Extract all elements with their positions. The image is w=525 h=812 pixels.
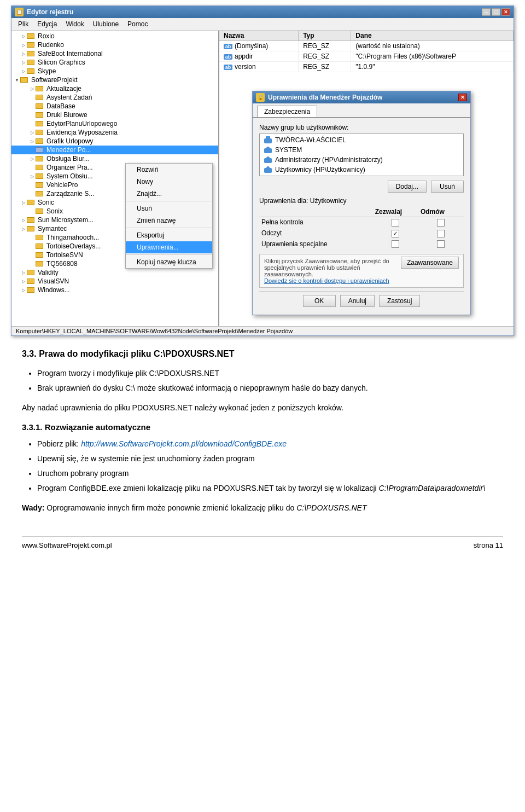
- checkbox-full-allow[interactable]: [392, 219, 399, 227]
- context-menu-copy-key[interactable]: Kopiuj nazwę klucza: [126, 256, 212, 268]
- tree-item-silicon[interactable]: ▷ Silicon Graphics: [11, 58, 218, 67]
- col-header-name: Nazwa: [219, 31, 299, 41]
- checkbox-read-allow[interactable]: [392, 230, 399, 237]
- perm-deny-special[interactable]: [418, 239, 464, 250]
- doc-bullets-2: Pobierz plik: http://www.SoftwareProjekt…: [22, 438, 503, 494]
- perm-allow-special[interactable]: [373, 239, 418, 250]
- tree-label-system: System Obsłu...: [46, 172, 93, 180]
- add-user-button[interactable]: Dodaj...: [388, 181, 427, 193]
- tree-label-zarzadzanie: Zarządzanie S...: [46, 190, 94, 198]
- tree-label-grafik: Grafik Urlopowy: [46, 137, 93, 145]
- tree-label-skype: Skype: [38, 67, 56, 75]
- tree-label-roxio: Roxio: [38, 32, 55, 40]
- user-icon-users: [263, 166, 273, 173]
- perm-name-read: Odczyt: [259, 228, 373, 239]
- tree-item-windows[interactable]: ▷ Windows...: [11, 286, 218, 294]
- tree-label-aktualizacje: Aktualizacje: [46, 85, 81, 92]
- user-label-admin: Administratorzy (HP\Administratorzy): [275, 156, 383, 164]
- perm-row-full: Pełna kontrola: [259, 217, 464, 228]
- menu-pomoc[interactable]: Pomoc: [123, 19, 152, 29]
- tree-label-symantec: Symantec: [38, 225, 67, 233]
- context-menu-rename[interactable]: Zmień nazwę: [126, 214, 212, 227]
- perm-allow-read[interactable]: [373, 228, 418, 239]
- context-menu-new[interactable]: Nowy: [126, 176, 212, 188]
- value-row-appdir[interactable]: abappdir REG_SZ "C:\Program Files (x86)\…: [219, 51, 514, 62]
- menu-edycja[interactable]: Edycja: [33, 19, 61, 29]
- tree-item-menedzer[interactable]: Menedżer Po...: [11, 146, 218, 154]
- tree-item-asystent[interactable]: Asystent Zadań: [11, 93, 218, 102]
- tree-label-sonix: Sonix: [46, 207, 63, 215]
- checkbox-read-deny[interactable]: [437, 230, 445, 237]
- user-item-users[interactable]: Użytkownicy (HP\Użytkownicy): [261, 165, 462, 175]
- context-menu-sep2: [126, 228, 212, 228]
- context-menu-find[interactable]: Znajdź...: [126, 188, 212, 200]
- cancel-button[interactable]: Anuluj: [340, 295, 375, 307]
- context-menu-sep3: [126, 254, 212, 255]
- remove-user-button[interactable]: Usuń: [431, 181, 464, 193]
- tree-arrow-rudenko: ▷: [20, 42, 27, 48]
- titlebar-buttons: ─ □ ✕: [482, 8, 510, 16]
- value-row-version[interactable]: abversion REG_SZ "1.0.9": [219, 62, 514, 72]
- context-menu-export[interactable]: Eksportuj: [126, 229, 212, 241]
- maximize-button[interactable]: □: [492, 8, 500, 16]
- tree-arrow-system: ▷: [29, 173, 36, 179]
- tree-label-tortoisesvn: TortoiseSVN: [46, 251, 83, 259]
- context-menu-permissions[interactable]: Uprawnienia...: [126, 241, 212, 253]
- menu-widok[interactable]: Widok: [61, 19, 88, 29]
- checkbox-special-allow[interactable]: [392, 240, 399, 248]
- close-button[interactable]: ✕: [501, 8, 510, 16]
- users-list: TWÓRCA-WŁAŚCICIEL SYSTEM: [259, 134, 464, 176]
- tree-item-roxio[interactable]: ▷ Roxio: [11, 32, 218, 40]
- value-row-default[interactable]: ab(Domyślna) REG_SZ (wartość nie ustalon…: [219, 41, 514, 51]
- checkbox-special-deny[interactable]: [437, 240, 445, 248]
- perm-deny-full[interactable]: [418, 217, 464, 228]
- tree-item-validity[interactable]: ▷ Validity: [11, 268, 218, 277]
- context-menu-delete[interactable]: Usuń: [126, 202, 212, 214]
- ok-button[interactable]: OK: [303, 295, 336, 307]
- advanced-box: Zaawansowane Kliknij przycisk Zaawansowa…: [259, 254, 464, 288]
- permissions-dialog: 🔒 Uprawnienia dla Menedżer Pojazdów ✕ Za…: [252, 91, 471, 315]
- checkbox-full-deny[interactable]: [437, 219, 445, 227]
- apply-button[interactable]: Zastosuj: [379, 295, 420, 307]
- user-item-creator[interactable]: TWÓRCA-WŁAŚCICIEL: [261, 135, 462, 145]
- value-data-appdir: "C:\Program Files (x86)\SoftwareP: [351, 51, 514, 62]
- context-menu-expand[interactable]: Rozwiń: [126, 164, 212, 176]
- tree-item-softwareprojekt[interactable]: ▼ SoftwareProjekt: [11, 76, 218, 84]
- tree-item-edytor[interactable]: EdytorPlanuUrlopowego: [11, 119, 218, 128]
- perm-deny-read[interactable]: [418, 228, 464, 239]
- tree-item-grafik[interactable]: ▷ Grafik Urlopowy: [11, 137, 218, 146]
- tree-item-druki[interactable]: Druki Biurowe: [11, 111, 218, 119]
- advanced-button[interactable]: Zaawansowane: [401, 257, 459, 269]
- tree-item-obsluga[interactable]: ▷ Obsługa Biur...: [11, 154, 218, 163]
- tree-label-vehiclepro: VehiclePro: [46, 181, 78, 189]
- tree-label-database: DataBase: [46, 102, 75, 110]
- doc-warning-path: C:\PDOXUSRS.NET: [296, 503, 366, 512]
- titlebar: 📋 Edytor rejestru ─ □ ✕: [11, 6, 514, 18]
- tree-item-skype[interactable]: ▷ Skype: [11, 67, 218, 76]
- user-item-admin[interactable]: Administratorzy (HP\Administratorzy): [261, 155, 462, 165]
- menu-plik[interactable]: Plik: [14, 19, 33, 29]
- tree-item-safeboot[interactable]: ▷ SafeBoot International: [11, 49, 218, 58]
- tree-item-aktualizacje[interactable]: ▷ Aktualizacje: [11, 84, 218, 93]
- advanced-link[interactable]: Dowiedz sie o kontroli dostępu i uprawni…: [264, 277, 389, 284]
- tree-item-ewidencja[interactable]: ▷ Ewidencja Wyposażenia: [11, 128, 218, 137]
- menu-ulubione[interactable]: Ulubione: [89, 19, 123, 29]
- doc-bullet-1-0: Program tworzy i modyfikuje plik C:\PDOX…: [37, 368, 503, 379]
- dialog-tab-security[interactable]: Zabezpieczenia: [257, 106, 317, 117]
- context-menu-sep1: [126, 201, 212, 201]
- minimize-button[interactable]: ─: [482, 8, 491, 16]
- tree-arrow-obsluga: ▷: [29, 155, 36, 162]
- user-label-users: Użytkownicy (HP\Użytkownicy): [275, 166, 365, 173]
- doc-heading: 3.3. Prawa do modyfikacji pliku C:\PDOXU…: [22, 349, 503, 359]
- perm-allow-full[interactable]: [373, 217, 418, 228]
- doc-download-link[interactable]: http://www.SoftwareProjekt.com.pl/downlo…: [81, 439, 287, 448]
- dialog-titlebar: 🔒 Uprawnienia dla Menedżer Pojazdów ✕: [253, 91, 470, 103]
- dialog-icon: 🔒: [256, 93, 265, 102]
- menubar: Plik Edycja Widok Ulubione Pomoc: [11, 18, 514, 31]
- perm-col-allow: Zezwalaj: [373, 207, 418, 217]
- tree-item-rudenko[interactable]: ▷ Rudenko: [11, 40, 218, 49]
- user-item-system[interactable]: SYSTEM: [261, 145, 462, 155]
- tree-item-database[interactable]: DataBase: [11, 102, 218, 111]
- tree-item-visualsvn[interactable]: ▷ VisualSVN: [11, 277, 218, 286]
- dialog-close-button[interactable]: ✕: [458, 94, 467, 101]
